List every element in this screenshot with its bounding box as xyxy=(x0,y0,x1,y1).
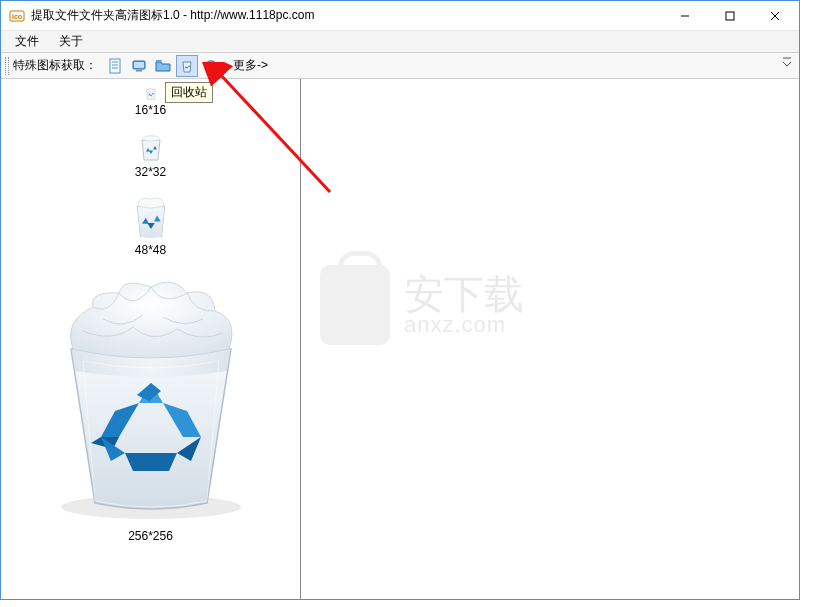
recycle-bin-16-icon xyxy=(143,85,159,101)
computer-icon[interactable] xyxy=(128,55,150,77)
svg-rect-12 xyxy=(136,70,142,72)
recycle-bin-32-icon xyxy=(135,131,167,163)
window-controls xyxy=(662,2,797,30)
svg-rect-3 xyxy=(726,12,734,20)
document-icon[interactable] xyxy=(104,55,126,77)
more-label: 更多-> xyxy=(233,57,268,74)
menubar: 文件 关于 xyxy=(1,31,799,53)
svg-text:ico: ico xyxy=(12,13,22,20)
minimize-button[interactable] xyxy=(662,2,707,30)
menu-about[interactable]: 关于 xyxy=(49,31,93,52)
menu-file[interactable]: 文件 xyxy=(5,31,49,52)
content-area: 回收站 16*16 32*32 xyxy=(1,79,799,599)
recycle-bin-256-icon xyxy=(23,271,279,527)
icon-preview-16: 16*16 xyxy=(5,85,296,117)
maximize-button[interactable] xyxy=(707,2,752,30)
app-window: ico 提取文件文件夹高清图标1.0 - http://www.1118pc.c… xyxy=(0,0,800,600)
more-button[interactable]: 更多-> xyxy=(229,55,272,76)
recycle-bin-48-icon xyxy=(127,193,175,241)
close-button[interactable] xyxy=(752,2,797,30)
tooltip: 回收站 xyxy=(165,82,213,103)
window-title: 提取文件文件夹高清图标1.0 - http://www.1118pc.com xyxy=(31,7,662,24)
internet-explorer-icon[interactable] xyxy=(200,55,222,77)
toolbar: 特殊图标获取： xyxy=(1,53,799,79)
icon-label-16: 16*16 xyxy=(135,103,166,117)
recycle-bin-icon[interactable] xyxy=(176,55,198,77)
icon-preview-32: 32*32 xyxy=(5,131,296,179)
titlebar: ico 提取文件文件夹高清图标1.0 - http://www.1118pc.c… xyxy=(1,1,799,31)
svg-rect-6 xyxy=(110,59,120,73)
app-icon: ico xyxy=(9,8,25,24)
icon-preview-48: 48*48 xyxy=(5,193,296,257)
icon-preview-256: 256*256 xyxy=(5,271,296,543)
icon-preview-panel: 回收站 16*16 32*32 xyxy=(1,79,301,599)
icon-label-32: 32*32 xyxy=(135,165,166,179)
right-panel xyxy=(301,79,799,599)
icon-label-256: 256*256 xyxy=(128,529,173,543)
toolbar-grip xyxy=(5,57,9,75)
folder-icon[interactable] xyxy=(152,55,174,77)
svg-rect-11 xyxy=(134,62,144,68)
toolbar-label: 特殊图标获取： xyxy=(13,57,97,74)
icon-label-48: 48*48 xyxy=(135,243,166,257)
svg-point-13 xyxy=(205,60,217,72)
toolbar-overflow[interactable] xyxy=(779,56,795,75)
svg-point-16 xyxy=(143,136,159,141)
